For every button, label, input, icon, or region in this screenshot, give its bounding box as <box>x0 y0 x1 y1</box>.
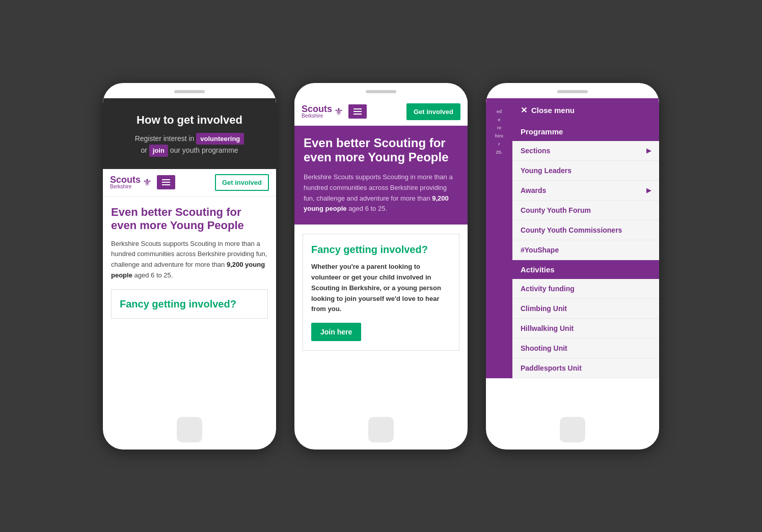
or-text: or <box>141 146 147 154</box>
menu-item-awards[interactable]: Awards ▶ <box>512 181 659 201</box>
phone-2: Scouts Berkshire ⚜ Get involved Even bet… <box>294 83 468 450</box>
fancy-card: Fancy getting involved? <box>111 289 268 319</box>
hero-text-before: Berkshire Scouts supports Scouting in mo… <box>304 173 453 202</box>
phone3-menu-panel: ✕ Close menu Programme Sections ▶ Young … <box>512 98 659 378</box>
partial-text-1: ed <box>488 107 510 116</box>
menu-item-youshape[interactable]: #YouShape <box>512 240 659 260</box>
scouts-logo-2: Scouts Berkshire ⚜ <box>302 104 343 119</box>
body-text-end: aged 6 to 25. <box>134 271 173 279</box>
phone2-card-heading: Fancy getting involved? <box>311 243 451 256</box>
activities-header: Activities <box>512 260 659 279</box>
hero-text-end: aged 6 to 25. <box>348 205 387 212</box>
menu-item-hillwalking-unit-label: Hillwalking Unit <box>521 324 574 332</box>
awards-arrow-icon: ▶ <box>646 187 651 194</box>
phones-container: How to get involved Register interest in… <box>83 63 679 470</box>
partial-text-5: r <box>488 140 510 148</box>
menu-item-youshape-label: #YouShape <box>521 246 559 254</box>
close-menu-label: Close menu <box>531 106 575 115</box>
phone1-hero-text: Register interest in volunteering or joi… <box>115 133 264 157</box>
menu-item-climbing-unit-label: Climbing Unit <box>521 304 567 313</box>
menu-item-shooting-unit[interactable]: Shooting Unit <box>512 339 659 358</box>
menu-item-county-youth-forum[interactable]: County Youth Forum <box>512 201 659 220</box>
register-text: Register interest in <box>135 134 195 143</box>
menu-item-county-youth-commissioners[interactable]: County Youth Commissioners <box>512 220 659 240</box>
phone2-hero-text: Berkshire Scouts supports Scouting in mo… <box>304 172 458 214</box>
fancy-heading: Fancy getting involved? <box>120 298 259 310</box>
our-youth-text: our youth programme <box>170 146 238 154</box>
phone-2-screen: Scouts Berkshire ⚜ Get involved Even bet… <box>294 98 468 412</box>
phone3-sidebar-strip: ed e re hire r 25. <box>486 98 512 378</box>
menu-item-county-youth-forum-label: County Youth Forum <box>521 206 591 214</box>
phone1-nav: Scouts Berkshire ⚜ Get involved <box>103 169 276 197</box>
close-icon: ✕ <box>521 105 527 115</box>
menu-item-young-leaders[interactable]: Young Leaders <box>512 161 659 181</box>
phone3-wrapper: ed e re hire r 25. ✕ Close menu <box>486 98 659 378</box>
scouts-logo: Scouts Berkshire ⚜ <box>110 175 152 189</box>
partial-text-2: e <box>488 116 510 124</box>
hamburger-button-2[interactable] <box>348 104 367 119</box>
phone1-content: Even better Scouting for even more Young… <box>103 197 276 328</box>
phone2-card-text: Whether you're a parent looking to volun… <box>311 262 451 315</box>
scouts-brand-sub: Berkshire <box>110 184 141 189</box>
close-menu-bar[interactable]: ✕ Close menu <box>512 98 659 122</box>
phone2-nav: Scouts Berkshire ⚜ Get involved <box>294 98 468 126</box>
menu-item-paddlesports-unit-label: Paddlesports Unit <box>521 364 582 372</box>
join-here-button[interactable]: Join here <box>311 323 361 341</box>
phone-3-screen: ed e re hire r 25. ✕ Close menu <box>486 98 659 412</box>
phone-3: ed e re hire r 25. ✕ Close menu <box>486 83 659 450</box>
phone2-hero-heading: Even better Scouting for even more Young… <box>304 136 458 165</box>
menu-item-awards-label: Awards <box>521 186 546 194</box>
phone-1: How to get involved Register interest in… <box>103 83 276 450</box>
partial-text-3: re <box>488 124 510 132</box>
scouts-brand-name-2: Scouts <box>302 104 332 114</box>
programme-header: Programme <box>512 122 659 141</box>
scouts-brand-sub-2: Berkshire <box>302 114 332 119</box>
volunteering-badge: volunteering <box>196 133 244 145</box>
phone1-hero: How to get involved Register interest in… <box>103 98 276 169</box>
partial-text-4: hire <box>488 132 510 140</box>
phone2-hero: Even better Scouting for even more Young… <box>294 126 468 225</box>
menu-item-activity-funding-label: Activity funding <box>521 285 575 293</box>
menu-item-activity-funding[interactable]: Activity funding <box>512 279 659 299</box>
menu-item-paddlesports-unit[interactable]: Paddlesports Unit <box>512 358 659 378</box>
scouts-brand-name: Scouts <box>110 175 141 184</box>
scouts-brand: Scouts Berkshire <box>110 175 141 189</box>
menu-item-county-youth-commissioners-label: County Youth Commissioners <box>521 226 622 234</box>
main-heading: Even better Scouting for even more Young… <box>111 206 268 233</box>
menu-item-young-leaders-label: Young Leaders <box>521 166 572 175</box>
get-involved-button[interactable]: Get involved <box>215 174 269 191</box>
partial-text-6: 25. <box>488 148 510 156</box>
scouts-fleur-icon: ⚜ <box>143 176 152 188</box>
menu-item-hillwalking-unit[interactable]: Hillwalking Unit <box>512 319 659 339</box>
phone2-content: Fancy getting involved? Whether you're a… <box>294 225 468 360</box>
phone2-card: Fancy getting involved? Whether you're a… <box>303 234 459 351</box>
menu-item-sections-label: Sections <box>521 147 550 155</box>
phone-1-screen: How to get involved Register interest in… <box>103 98 276 412</box>
sections-arrow-icon: ▶ <box>646 147 651 154</box>
scouts-brand-2: Scouts Berkshire <box>302 104 332 119</box>
menu-item-shooting-unit-label: Shooting Unit <box>521 344 567 352</box>
body-text: Berkshire Scouts supports Scouting in mo… <box>111 239 268 281</box>
phone1-hero-title: How to get involved <box>115 114 264 127</box>
get-involved-button-2[interactable]: Get involved <box>406 103 460 120</box>
join-badge: join <box>149 145 168 157</box>
menu-item-sections[interactable]: Sections ▶ <box>512 141 659 161</box>
scouts-fleur-icon-2: ⚜ <box>334 105 343 118</box>
menu-item-climbing-unit[interactable]: Climbing Unit <box>512 299 659 319</box>
hamburger-button[interactable] <box>157 175 175 189</box>
